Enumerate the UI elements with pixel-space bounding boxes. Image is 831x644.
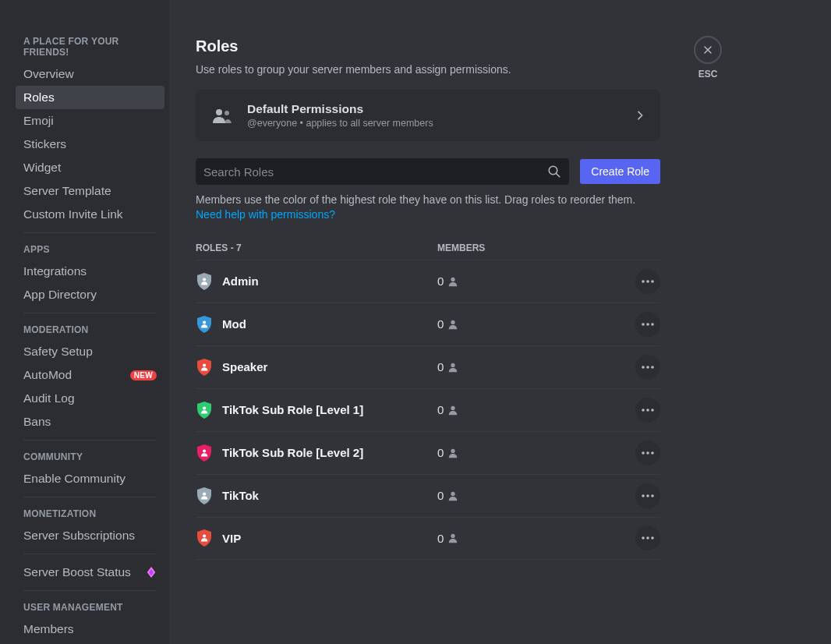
svg-point-27 — [642, 451, 645, 455]
role-name: TikTok — [222, 489, 437, 502]
shield-icon — [196, 529, 213, 547]
role-more-button[interactable] — [635, 525, 660, 550]
svg-point-38 — [646, 536, 649, 540]
help-link[interactable]: Need help with permissions? — [196, 208, 335, 221]
divider — [23, 590, 157, 591]
shield-icon — [196, 272, 213, 291]
sidebar-item-overview[interactable]: Overview — [16, 62, 164, 86]
divider — [23, 497, 157, 497]
divider — [23, 440, 157, 441]
svg-point-17 — [642, 366, 645, 369]
more-icon — [642, 409, 654, 412]
sidebar-item-server-template[interactable]: Server Template — [16, 179, 164, 203]
person-icon — [447, 490, 458, 501]
role-more-button[interactable] — [635, 312, 660, 337]
sidebar-item-integrations[interactable]: Integrations — [16, 260, 164, 283]
svg-point-12 — [642, 323, 645, 326]
divider — [23, 313, 157, 313]
svg-point-5 — [203, 278, 206, 281]
more-icon — [642, 494, 654, 497]
svg-point-7 — [642, 280, 645, 283]
svg-point-18 — [646, 366, 649, 369]
new-badge: NEW — [130, 370, 157, 380]
create-role-button[interactable]: Create Role — [580, 159, 660, 184]
role-member-count: 0 — [437, 403, 635, 416]
svg-point-22 — [642, 409, 645, 412]
person-icon — [447, 448, 458, 458]
role-member-count: 0 — [437, 360, 635, 373]
role-row[interactable]: TikTok Sub Role [Level 1] 0 — [196, 388, 660, 431]
role-name: TikTok Sub Role [Level 1] — [222, 403, 437, 416]
role-row[interactable]: Speaker 0 — [196, 345, 660, 388]
role-name: VIP — [222, 532, 437, 545]
svg-point-8 — [646, 280, 649, 283]
svg-point-30 — [203, 492, 206, 495]
server-name-header: A PLACE FOR YOUR FRIENDS! — [16, 31, 164, 62]
sidebar-item-custom-invite[interactable]: Custom Invite Link — [16, 203, 164, 226]
role-row[interactable]: TikTok Sub Role [Level 2] 0 — [196, 431, 660, 474]
divider — [23, 554, 157, 554]
role-row[interactable]: Mod 0 — [196, 303, 660, 345]
svg-point-31 — [451, 492, 455, 496]
role-row[interactable]: Admin 0 — [196, 260, 660, 303]
svg-point-36 — [451, 534, 455, 538]
members-icon — [210, 103, 235, 128]
svg-point-25 — [203, 449, 206, 452]
svg-point-32 — [642, 494, 645, 497]
svg-point-20 — [203, 406, 206, 409]
svg-point-16 — [451, 363, 455, 367]
shield-icon — [196, 401, 213, 419]
section-community: COMMUNITY — [16, 447, 164, 467]
more-icon — [642, 536, 654, 540]
role-more-button[interactable] — [635, 483, 660, 508]
person-icon — [447, 319, 458, 330]
sidebar-item-widget[interactable]: Widget — [16, 156, 164, 179]
svg-point-14 — [651, 323, 654, 326]
roles-table-header: ROLES - 7 MEMBERS — [196, 242, 660, 253]
section-moderation: MODERATION — [16, 320, 164, 340]
sidebar-item-automod[interactable]: AutoMod NEW — [16, 363, 164, 387]
sidebar-item-audit-log[interactable]: Audit Log — [16, 387, 164, 410]
sidebar-item-members[interactable]: Members — [16, 617, 164, 641]
shield-icon — [196, 358, 213, 377]
sidebar-item-server-subscriptions[interactable]: Server Subscriptions — [16, 524, 164, 547]
default-permissions-card[interactable]: Default Permissions @everyone • applies … — [196, 90, 660, 141]
role-more-button[interactable] — [635, 355, 660, 380]
search-roles-input[interactable] — [203, 165, 547, 179]
svg-point-15 — [203, 363, 206, 366]
svg-point-24 — [651, 409, 654, 412]
sidebar-item-enable-community[interactable]: Enable Community — [16, 467, 164, 490]
close-button[interactable] — [694, 36, 722, 64]
help-text: Members use the color of the highest rol… — [196, 193, 660, 222]
role-row[interactable]: VIP 0 — [196, 517, 660, 560]
role-more-button[interactable] — [635, 441, 660, 465]
person-icon — [447, 362, 458, 373]
default-permissions-title: Default Permissions — [247, 102, 621, 116]
role-more-button[interactable] — [635, 269, 660, 294]
sidebar-item-roles[interactable]: Roles — [16, 86, 164, 109]
person-icon — [447, 405, 458, 416]
svg-point-11 — [451, 320, 455, 324]
sidebar-item-invites[interactable]: Invites — [16, 641, 164, 644]
svg-point-28 — [646, 451, 649, 455]
sidebar-item-safety-setup[interactable]: Safety Setup — [16, 340, 164, 363]
settings-sidebar: A PLACE FOR YOUR FRIENDS! Overview Roles… — [0, 0, 169, 644]
sidebar-item-bans[interactable]: Bans — [16, 410, 164, 433]
more-icon — [642, 280, 654, 283]
search-roles-wrap[interactable] — [196, 158, 569, 185]
svg-point-33 — [646, 494, 649, 497]
close-icon — [702, 44, 714, 56]
sidebar-item-app-directory[interactable]: App Directory — [16, 283, 164, 306]
svg-point-13 — [646, 323, 649, 326]
esc-label: ESC — [698, 69, 718, 80]
sidebar-item-server-boost[interactable]: Server Boost Status — [16, 561, 164, 584]
svg-point-19 — [651, 366, 654, 369]
role-more-button[interactable] — [635, 398, 660, 423]
sidebar-item-stickers[interactable]: Stickers — [16, 133, 164, 156]
role-name: TikTok Sub Role [Level 2] — [222, 446, 437, 459]
sidebar-item-emoji[interactable]: Emoji — [16, 109, 164, 133]
section-monetization: MONETIZATION — [16, 504, 164, 524]
shield-icon — [196, 444, 213, 462]
role-member-count: 0 — [437, 317, 635, 331]
role-row[interactable]: TikTok 0 — [196, 474, 660, 517]
